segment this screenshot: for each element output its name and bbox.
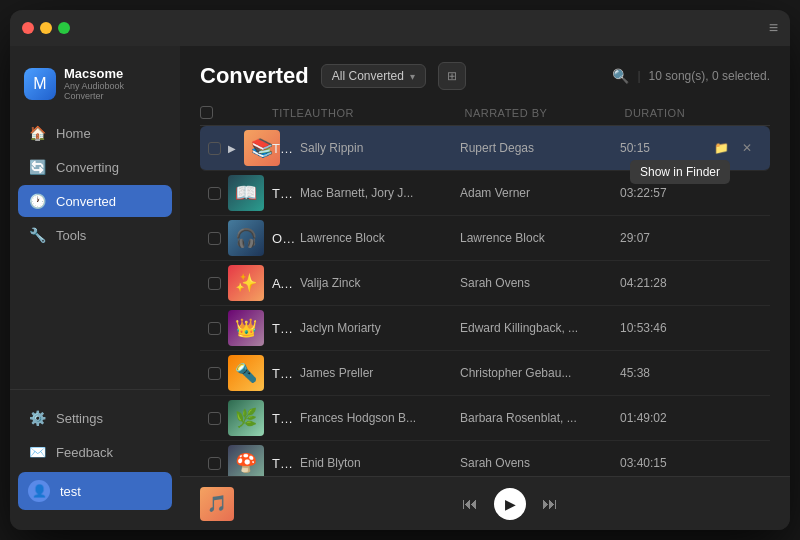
sidebar-bottom: ⚙️ Settings ✉️ Feedback 👤 test	[10, 389, 180, 518]
settings-icon: ⚙️	[28, 410, 46, 426]
row-duration: 04:21:28	[620, 276, 710, 290]
sidebar-item-label: Converting	[56, 160, 119, 175]
row-narrator: Sarah Ovens	[460, 276, 620, 290]
sidebar-item-converted[interactable]: 🕐 Converted	[18, 185, 172, 217]
col-title: TITLE	[272, 107, 304, 119]
row-author: Sally Rippin	[300, 141, 460, 155]
table-row: 🔦 The Case of the Glow-in-the-... James …	[200, 351, 770, 396]
table-container: TITLE Author Narrated by DURATION ▶ 📚 Th…	[180, 100, 790, 476]
sidebar-item-home[interactable]: 🏠 Home	[18, 117, 172, 149]
tools-icon: 🔧	[28, 227, 46, 243]
player-controls: ⏮ ▶ ⏭	[462, 488, 558, 520]
feedback-icon: ✉️	[28, 444, 46, 460]
row-author: Valija Zinck	[300, 276, 460, 290]
row-narrator: Edward Killingback, ...	[460, 321, 620, 335]
album-art: 🎧	[228, 220, 264, 256]
sidebar-item-converting[interactable]: 🔄 Converting	[18, 151, 172, 183]
album-art: ✨	[228, 265, 264, 301]
minimize-button[interactable]	[40, 22, 52, 34]
app-logo: M	[24, 68, 56, 100]
username: test	[60, 484, 81, 499]
remove-row-button[interactable]: ✕	[736, 137, 758, 159]
maximize-button[interactable]	[58, 22, 70, 34]
row-checkbox-1[interactable]	[200, 142, 228, 155]
play-row-icon[interactable]: ▶	[228, 143, 236, 154]
album-art: 👑	[228, 310, 264, 346]
page-title: Converted	[200, 63, 309, 89]
converted-icon: 🕐	[28, 193, 46, 209]
album-art: 🌿	[228, 400, 264, 436]
sidebar-item-settings[interactable]: ⚙️ Settings	[18, 402, 172, 434]
table-row: 📖 The Terrible Two Mac Barnett, Jory J..…	[200, 171, 770, 216]
main-layout: M Macsome Any Audiobook Converter 🏠 Home…	[10, 46, 790, 530]
row-title: The Stolen Prince of Cloudb...	[272, 321, 300, 336]
row-narrator: Christopher Gebau...	[460, 366, 620, 380]
table-row: 🍄 The Adventures of the Wishi... Enid Bl…	[200, 441, 770, 476]
row-duration: 03:40:15	[620, 456, 710, 470]
row-thumb-7: 🌿	[228, 400, 272, 436]
close-button[interactable]	[22, 22, 34, 34]
row-checkbox-3[interactable]	[200, 232, 228, 245]
row-title: The Hey Jack Collection #2	[272, 141, 300, 156]
main-content: Converted All Converted ▾ ⊞ 🔍 | 10 song(…	[180, 46, 790, 530]
album-art: 🔦	[228, 355, 264, 391]
player-album-art: 🎵	[200, 487, 234, 521]
row-thumb-2: 📖	[228, 175, 272, 211]
row-checkbox-8[interactable]	[200, 457, 228, 470]
row-title: The Terrible Two	[272, 186, 300, 201]
next-button[interactable]: ⏭	[542, 495, 558, 513]
sidebar-item-label: Converted	[56, 194, 116, 209]
nav-items: 🏠 Home 🔄 Converting 🕐 Converted 🔧 Tools	[10, 117, 180, 389]
app-name: Macsome	[64, 66, 166, 81]
sidebar-item-label: Home	[56, 126, 91, 141]
app-window: ≡ M Macsome Any Audiobook Converter 🏠 Ho…	[10, 10, 790, 530]
row-narrator: Lawrence Block	[460, 231, 620, 245]
sidebar-item-feedback[interactable]: ✉️ Feedback	[18, 436, 172, 468]
grid-view-button[interactable]: ⊞	[438, 62, 466, 90]
row-thumb-8: 🍄	[228, 445, 272, 476]
table-row: ▶ 📚 The Hey Jack Collection #2 Sally Rip…	[200, 126, 770, 171]
row-thumb-3: 🎧	[228, 220, 272, 256]
prev-button[interactable]: ⏮	[462, 495, 478, 513]
col-author: Author	[304, 107, 464, 119]
row-title: The Secret Garden (Dramati...	[272, 411, 300, 426]
row-author: James Preller	[300, 366, 460, 380]
sidebar-item-tools[interactable]: 🔧 Tools	[18, 219, 172, 251]
user-profile[interactable]: 👤 test	[18, 472, 172, 510]
table-row: 🎧 One Last Night at Grogan's: ... Lawren…	[200, 216, 770, 261]
play-pause-button[interactable]: ▶	[494, 488, 526, 520]
sidebar-item-label: Feedback	[56, 445, 113, 460]
row-checkbox-7[interactable]	[200, 412, 228, 425]
search-icon[interactable]: 🔍	[612, 68, 629, 84]
row-author: Jaclyn Moriarty	[300, 321, 460, 335]
row-checkbox-6[interactable]	[200, 367, 228, 380]
table-row: 👑 The Stolen Prince of Cloudb... Jaclyn …	[200, 306, 770, 351]
show-in-finder-button[interactable]: 📁	[710, 137, 732, 159]
row-title: The Case of the Glow-in-the-...	[272, 366, 300, 381]
grid-icon: ⊞	[447, 69, 457, 83]
filter-value: All Converted	[332, 69, 404, 83]
row-narrator: Barbara Rosenblat, ...	[460, 411, 620, 425]
row-thumb-5: 👑	[228, 310, 272, 346]
row-duration: 01:49:02	[620, 411, 710, 425]
row-narrator: Adam Verner	[460, 186, 620, 200]
select-all-checkbox[interactable]	[200, 106, 213, 119]
col-narrator: Narrated by	[464, 107, 624, 119]
col-duration: DURATION	[624, 107, 714, 119]
titlebar: ≡	[10, 10, 790, 46]
row-author: Lawrence Block	[300, 231, 460, 245]
filter-dropdown[interactable]: All Converted ▾	[321, 64, 426, 88]
table-row: 🌿 The Secret Garden (Dramati... Frances …	[200, 396, 770, 441]
menu-icon[interactable]: ≡	[769, 19, 778, 37]
divider: |	[637, 69, 640, 83]
app-tagline: Any Audiobook Converter	[64, 81, 166, 101]
row-duration: 10:53:46	[620, 321, 710, 335]
traffic-lights	[22, 22, 70, 34]
row-checkbox-2[interactable]	[200, 187, 228, 200]
row-duration: 03:22:57	[620, 186, 710, 200]
row-checkbox-5[interactable]	[200, 322, 228, 335]
table-header: TITLE Author Narrated by DURATION	[200, 100, 770, 126]
content-header: Converted All Converted ▾ ⊞ 🔍 | 10 song(…	[180, 46, 790, 100]
album-art: 🍄	[228, 445, 264, 476]
row-checkbox-4[interactable]	[200, 277, 228, 290]
